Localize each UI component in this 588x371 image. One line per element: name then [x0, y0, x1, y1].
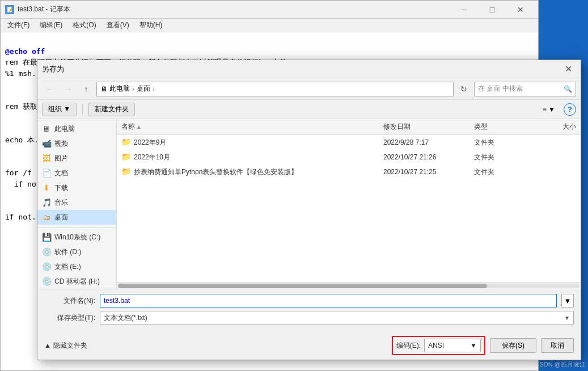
sidebar-item-videos[interactable]: 📹 视频	[37, 136, 116, 151]
col-header-date[interactable]: 修改日期	[383, 122, 474, 132]
cancel-button[interactable]: 取消	[541, 338, 574, 353]
filetype-dropdown-arrow: ▼	[564, 315, 570, 321]
up-button[interactable]: ↑	[78, 82, 94, 96]
organize-button[interactable]: 组织 ▼	[42, 103, 77, 116]
file-type: 文件夹	[474, 167, 531, 177]
dialog-actionbar: 组织 ▼ 新建文件夹 ≡ ▼ ?	[37, 100, 581, 119]
save-button[interactable]: 保存(S)	[490, 338, 536, 353]
dialog-titlebar: 另存为 ✕	[37, 60, 581, 78]
sidebar-item-c-drive[interactable]: 💾 Win10系统 (C:)	[37, 230, 116, 244]
col-header-size[interactable]: 大小	[531, 122, 576, 132]
menu-help[interactable]: 帮助(H)	[135, 19, 167, 32]
view-button[interactable]: ≡ ▼	[538, 103, 560, 116]
file-list: 📁 2022年9月 2022/9/28 7:17 文件夹 📁 2022年10月 …	[117, 135, 581, 282]
sidebar-label-d-drive: 软件 (D:)	[54, 247, 81, 257]
notepad-titlebar: 📝 test3.bat - 记事本 ─ □ ✕	[1, 1, 538, 19]
d-drive-icon: 💿	[42, 247, 51, 256]
encoding-dropdown-arrow: ▼	[470, 342, 477, 349]
horizontal-scrollbar[interactable]	[117, 282, 581, 289]
folder-icon: 📁	[121, 167, 132, 177]
col-header-type[interactable]: 类型	[474, 122, 531, 132]
sidebar-item-downloads[interactable]: ⬇ 下载	[37, 180, 116, 195]
menu-edit[interactable]: 编辑(E)	[35, 19, 67, 32]
filename-label: 文件名(N):	[44, 296, 95, 306]
sidebar-item-desktop[interactable]: 🗂 桌面	[37, 210, 116, 225]
echo-off-line: @echo off	[5, 47, 45, 56]
dialog-form: 文件名(N): ▼ 保存类型(T): 文本文档(*.txt) ▼	[37, 289, 581, 332]
sidebar-item-h-drive[interactable]: 💿 CD 驱动器 (H:)	[37, 274, 116, 289]
back-button[interactable]: ←	[42, 82, 58, 96]
filetype-value: 文本文档(*.txt)	[104, 313, 147, 323]
sidebar-item-pictures[interactable]: 🖼 图片	[37, 151, 116, 166]
col-header-name[interactable]: 名称 ▲	[121, 122, 383, 132]
computer-icon: 🖥	[42, 124, 51, 133]
chevron-up-icon: ▲	[44, 342, 51, 349]
file-date: 2022/10/27 21:25	[383, 168, 474, 176]
save-as-dialog: 另存为 ✕ ← → ↑ 🖥 此电脑 › 桌面 › ↻ 在 桌面 中搜索 🔍 组织…	[37, 60, 581, 360]
sidebar-item-documents[interactable]: 📄 文档	[37, 166, 116, 180]
sort-arrow: ▲	[136, 124, 142, 130]
file-name: 2022年9月	[134, 138, 383, 147]
music-icon: 🎵	[42, 198, 51, 207]
desktop-icon: 🗂	[42, 213, 51, 222]
hide-folders-button[interactable]: ▲ 隐藏文件夹	[44, 341, 87, 351]
file-name: 抄表纳费通知单Python表头替换软件【绿色免安装版】	[134, 167, 383, 177]
notepad-close-button[interactable]: ✕	[507, 2, 534, 18]
maximize-button[interactable]: □	[479, 2, 505, 18]
search-placeholder: 在 桌面 中搜索	[478, 84, 523, 94]
dialog-toolbar: ← → ↑ 🖥 此电脑 › 桌面 › ↻ 在 桌面 中搜索 🔍	[37, 78, 581, 100]
breadcrumb[interactable]: 🖥 此电脑 › 桌面 ›	[96, 82, 454, 96]
table-row[interactable]: 📁 抄表纳费通知单Python表头替换软件【绿色免安装版】 2022/10/27…	[117, 165, 581, 179]
file-name: 2022年10月	[134, 153, 383, 162]
dialog-title: 另存为	[42, 64, 64, 74]
action-sep	[82, 104, 83, 115]
file-list-header: 名称 ▲ 修改日期 类型 大小	[117, 119, 581, 135]
sidebar-label-h-drive: CD 驱动器 (H:)	[54, 277, 100, 286]
minimize-button[interactable]: ─	[451, 2, 477, 18]
dialog-main: 🖥 此电脑 📹 视频 🖼 图片 📄 文档 ⬇ 下载 🎵 音乐	[37, 119, 581, 289]
sidebar-label-documents: 文档	[54, 168, 68, 178]
new-folder-button[interactable]: 新建文件夹	[88, 103, 135, 116]
encoding-value: ANSI	[428, 342, 444, 349]
menu-file[interactable]: 文件(F)	[3, 19, 34, 32]
breadcrumb-sep1: ›	[132, 85, 134, 93]
notepad-menubar: 文件(F) 编辑(E) 格式(O) 查看(V) 帮助(H)	[1, 19, 538, 32]
filename-input[interactable]	[100, 294, 557, 307]
sidebar-item-computer[interactable]: 🖥 此电脑	[37, 121, 116, 136]
file-date: 2022/9/28 7:17	[383, 138, 474, 146]
dialog-actions: ▲ 隐藏文件夹 编码(E): ANSI ▼ 保存(S) 取消	[37, 332, 581, 360]
refresh-button[interactable]: ↻	[456, 82, 472, 96]
sidebar-item-d-drive[interactable]: 💿 软件 (D:)	[37, 244, 116, 259]
sidebar-label-music: 音乐	[54, 198, 68, 208]
col-name-label: 名称	[121, 122, 135, 132]
h-drive-icon: 💿	[42, 277, 51, 286]
picture-icon: 🖼	[42, 154, 51, 163]
filename-row: 文件名(N): ▼	[44, 294, 574, 307]
filetype-select[interactable]: 文本文档(*.txt) ▼	[100, 311, 574, 324]
sidebar-label-desktop: 桌面	[54, 213, 68, 222]
sidebar-label-e-drive: 文档 (E:)	[54, 262, 81, 272]
menu-view[interactable]: 查看(V)	[102, 19, 134, 32]
downloads-icon: ⬇	[42, 183, 51, 192]
search-bar[interactable]: 在 桌面 中搜索 🔍	[474, 82, 576, 96]
sidebar-item-music[interactable]: 🎵 音乐	[37, 195, 116, 210]
notepad-title: test3.bat - 记事本	[18, 5, 70, 14]
forward-button[interactable]: →	[60, 82, 76, 96]
menu-format[interactable]: 格式(O)	[68, 19, 100, 32]
filetype-row: 保存类型(T): 文本文档(*.txt) ▼	[44, 311, 574, 324]
encoding-select[interactable]: ANSI ▼	[424, 339, 481, 352]
table-row[interactable]: 📁 2022年9月 2022/9/28 7:17 文件夹	[117, 135, 581, 150]
sidebar-label-pictures: 图片	[54, 154, 68, 163]
sidebar-item-e-drive[interactable]: 💿 文档 (E:)	[37, 259, 116, 274]
filename-dropdown-button[interactable]: ▼	[561, 294, 574, 307]
notepad-app-icon: 📝	[5, 5, 14, 14]
table-row[interactable]: 📁 2022年10月 2022/10/27 21:26 文件夹	[117, 150, 581, 165]
filetype-label: 保存类型(T):	[44, 313, 95, 323]
dialog-close-button[interactable]: ✕	[560, 62, 576, 76]
sidebar-label-downloads: 下载	[54, 183, 68, 193]
documents-icon: 📄	[42, 168, 51, 178]
scroll-thumb[interactable]	[118, 284, 487, 288]
help-button[interactable]: ?	[564, 103, 576, 116]
sidebar-divider	[37, 227, 116, 227]
scroll-track[interactable]	[118, 284, 579, 288]
